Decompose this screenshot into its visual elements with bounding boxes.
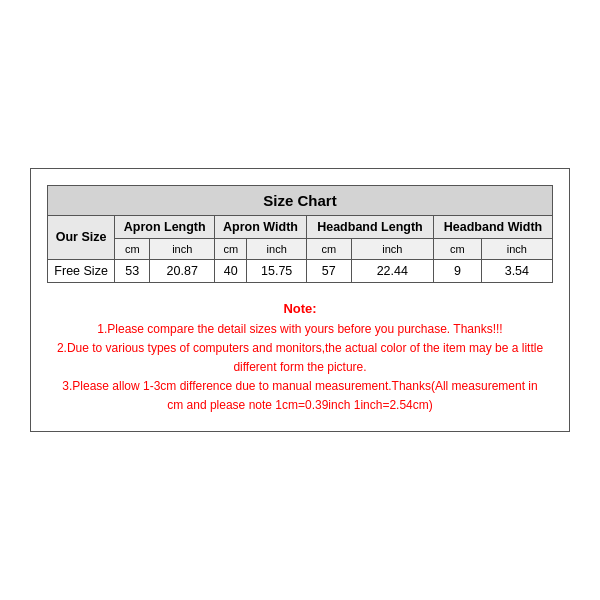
header-our-size: Our Size [48, 215, 115, 259]
note-title: Note: [55, 301, 545, 316]
note-line-1: 1.Please compare the detail sizes with y… [55, 320, 545, 339]
note-line-2: 2.Due to various types of computers and … [55, 339, 545, 377]
header-headband-width: Headband Width [434, 215, 553, 238]
cell-hl-cm: 57 [306, 259, 351, 282]
header-apron-width: Apron Width [215, 215, 307, 238]
sub-header-al-cm: cm [115, 238, 150, 259]
sub-header-aw-cm: cm [215, 238, 247, 259]
cell-al-inch: 20.87 [150, 259, 215, 282]
sub-header-hl-inch: inch [351, 238, 433, 259]
chart-title: Size Chart [47, 185, 553, 215]
size-chart-container: Size Chart Our Size Apron Length Apron W… [30, 168, 570, 433]
note-section: Note: 1.Please compare the detail sizes … [47, 301, 553, 416]
sub-header-aw-inch: inch [247, 238, 307, 259]
header-headband-length: Headband Length [306, 215, 433, 238]
cell-hw-cm: 9 [434, 259, 482, 282]
note-line-3: 3.Please allow 1-3cm difference due to m… [55, 377, 545, 415]
sub-header-al-inch: inch [150, 238, 215, 259]
size-table: Our Size Apron Length Apron Width Headba… [47, 215, 553, 283]
cell-aw-inch: 15.75 [247, 259, 307, 282]
cell-hw-inch: 3.54 [481, 259, 552, 282]
cell-al-cm: 53 [115, 259, 150, 282]
cell-size: Free Size [48, 259, 115, 282]
header-apron-length: Apron Length [115, 215, 215, 238]
sub-header-hw-inch: inch [481, 238, 552, 259]
sub-header-hl-cm: cm [306, 238, 351, 259]
table-row: Free Size 53 20.87 40 15.75 57 22.44 9 3… [48, 259, 553, 282]
sub-header-hw-cm: cm [434, 238, 482, 259]
cell-hl-inch: 22.44 [351, 259, 433, 282]
cell-aw-cm: 40 [215, 259, 247, 282]
